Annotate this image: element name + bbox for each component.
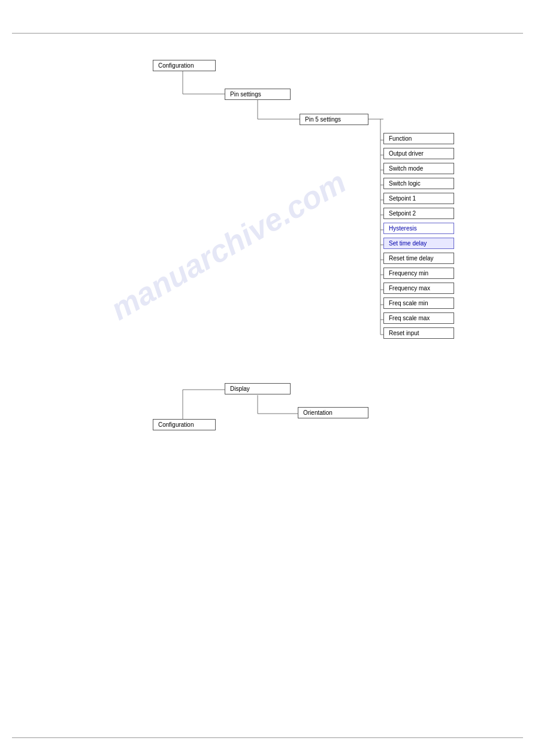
pin-settings-box: Pin settings	[225, 89, 291, 100]
function-box: Function	[383, 133, 454, 144]
frequency-max-box: Frequency max	[383, 283, 454, 294]
display-box: Display	[225, 383, 291, 394]
output-driver-box: Output driver	[383, 148, 454, 159]
set-time-delay-box: Set time delay	[383, 238, 454, 249]
reset-input-box: Reset input	[383, 327, 454, 339]
setpoint2-box: Setpoint 2	[383, 208, 454, 219]
switch-mode-box: Switch mode	[383, 163, 454, 174]
configuration-box-2: Configuration	[153, 419, 216, 430]
watermark: manuarchive.com	[105, 163, 352, 327]
freq-scale-max-box: Freq scale max	[383, 312, 454, 324]
page-container: manuarchive.com	[0, 0, 535, 756]
configuration-box-1: Configuration	[153, 60, 216, 71]
bottom-rule	[12, 737, 523, 738]
pin5-settings-box: Pin 5 settings	[300, 114, 368, 125]
reset-time-delay-box: Reset time delay	[383, 253, 454, 264]
hysteresis-box: Hysteresis	[383, 223, 454, 234]
connector-lines	[0, 0, 535, 756]
freq-scale-min-box: Freq scale min	[383, 297, 454, 309]
orientation-box: Orientation	[298, 407, 368, 418]
setpoint1-box: Setpoint 1	[383, 193, 454, 204]
switch-logic-box: Switch logic	[383, 178, 454, 189]
frequency-min-box: Frequency min	[383, 268, 454, 279]
top-rule	[12, 33, 523, 34]
